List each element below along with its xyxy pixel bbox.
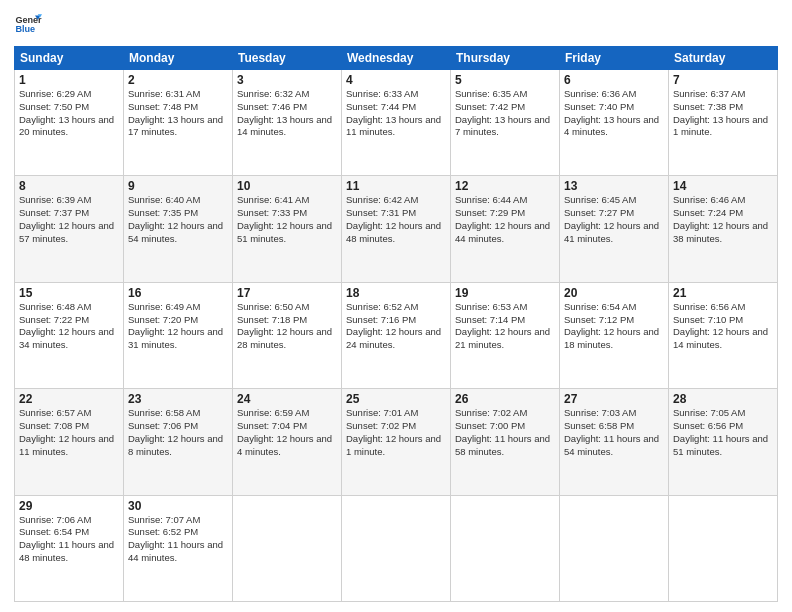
day-cell: 10 Sunrise: 6:41 AM Sunset: 7:33 PM Dayl… bbox=[233, 176, 342, 282]
day-info: Sunrise: 6:39 AM Sunset: 7:37 PM Dayligh… bbox=[19, 194, 119, 245]
day-number: 2 bbox=[128, 73, 228, 87]
day-cell: 9 Sunrise: 6:40 AM Sunset: 7:35 PM Dayli… bbox=[124, 176, 233, 282]
day-cell: 27 Sunrise: 7:03 AM Sunset: 6:58 PM Dayl… bbox=[560, 389, 669, 495]
day-cell bbox=[233, 495, 342, 601]
logo-icon: General Blue bbox=[14, 10, 42, 38]
calendar-table: SundayMondayTuesdayWednesdayThursdayFrid… bbox=[14, 46, 778, 602]
day-cell: 30 Sunrise: 7:07 AM Sunset: 6:52 PM Dayl… bbox=[124, 495, 233, 601]
day-cell: 23 Sunrise: 6:58 AM Sunset: 7:06 PM Dayl… bbox=[124, 389, 233, 495]
day-cell: 15 Sunrise: 6:48 AM Sunset: 7:22 PM Dayl… bbox=[15, 282, 124, 388]
day-cell: 6 Sunrise: 6:36 AM Sunset: 7:40 PM Dayli… bbox=[560, 70, 669, 176]
day-number: 19 bbox=[455, 286, 555, 300]
day-info: Sunrise: 6:31 AM Sunset: 7:48 PM Dayligh… bbox=[128, 88, 228, 139]
day-number: 27 bbox=[564, 392, 664, 406]
day-number: 22 bbox=[19, 392, 119, 406]
day-cell bbox=[451, 495, 560, 601]
day-number: 11 bbox=[346, 179, 446, 193]
day-info: Sunrise: 6:44 AM Sunset: 7:29 PM Dayligh… bbox=[455, 194, 555, 245]
day-info: Sunrise: 6:56 AM Sunset: 7:10 PM Dayligh… bbox=[673, 301, 773, 352]
day-cell: 21 Sunrise: 6:56 AM Sunset: 7:10 PM Dayl… bbox=[669, 282, 778, 388]
day-info: Sunrise: 6:45 AM Sunset: 7:27 PM Dayligh… bbox=[564, 194, 664, 245]
day-number: 25 bbox=[346, 392, 446, 406]
day-info: Sunrise: 6:41 AM Sunset: 7:33 PM Dayligh… bbox=[237, 194, 337, 245]
day-number: 8 bbox=[19, 179, 119, 193]
header-cell-tuesday: Tuesday bbox=[233, 47, 342, 70]
day-info: Sunrise: 7:07 AM Sunset: 6:52 PM Dayligh… bbox=[128, 514, 228, 565]
day-cell bbox=[560, 495, 669, 601]
header-cell-monday: Monday bbox=[124, 47, 233, 70]
day-info: Sunrise: 6:48 AM Sunset: 7:22 PM Dayligh… bbox=[19, 301, 119, 352]
day-info: Sunrise: 6:53 AM Sunset: 7:14 PM Dayligh… bbox=[455, 301, 555, 352]
day-info: Sunrise: 7:05 AM Sunset: 6:56 PM Dayligh… bbox=[673, 407, 773, 458]
day-number: 23 bbox=[128, 392, 228, 406]
header-cell-wednesday: Wednesday bbox=[342, 47, 451, 70]
header-cell-saturday: Saturday bbox=[669, 47, 778, 70]
week-row-3: 15 Sunrise: 6:48 AM Sunset: 7:22 PM Dayl… bbox=[15, 282, 778, 388]
week-row-5: 29 Sunrise: 7:06 AM Sunset: 6:54 PM Dayl… bbox=[15, 495, 778, 601]
week-row-1: 1 Sunrise: 6:29 AM Sunset: 7:50 PM Dayli… bbox=[15, 70, 778, 176]
day-cell: 5 Sunrise: 6:35 AM Sunset: 7:42 PM Dayli… bbox=[451, 70, 560, 176]
day-number: 17 bbox=[237, 286, 337, 300]
day-number: 18 bbox=[346, 286, 446, 300]
day-cell: 13 Sunrise: 6:45 AM Sunset: 7:27 PM Dayl… bbox=[560, 176, 669, 282]
logo: General Blue bbox=[14, 10, 42, 38]
day-info: Sunrise: 6:35 AM Sunset: 7:42 PM Dayligh… bbox=[455, 88, 555, 139]
day-info: Sunrise: 6:33 AM Sunset: 7:44 PM Dayligh… bbox=[346, 88, 446, 139]
day-number: 6 bbox=[564, 73, 664, 87]
day-info: Sunrise: 6:52 AM Sunset: 7:16 PM Dayligh… bbox=[346, 301, 446, 352]
day-cell: 26 Sunrise: 7:02 AM Sunset: 7:00 PM Dayl… bbox=[451, 389, 560, 495]
day-cell: 16 Sunrise: 6:49 AM Sunset: 7:20 PM Dayl… bbox=[124, 282, 233, 388]
day-cell: 28 Sunrise: 7:05 AM Sunset: 6:56 PM Dayl… bbox=[669, 389, 778, 495]
header-cell-sunday: Sunday bbox=[15, 47, 124, 70]
day-cell: 25 Sunrise: 7:01 AM Sunset: 7:02 PM Dayl… bbox=[342, 389, 451, 495]
day-cell: 20 Sunrise: 6:54 AM Sunset: 7:12 PM Dayl… bbox=[560, 282, 669, 388]
header: General Blue bbox=[14, 10, 778, 38]
day-number: 15 bbox=[19, 286, 119, 300]
day-number: 28 bbox=[673, 392, 773, 406]
day-number: 1 bbox=[19, 73, 119, 87]
header-row: SundayMondayTuesdayWednesdayThursdayFrid… bbox=[15, 47, 778, 70]
day-number: 10 bbox=[237, 179, 337, 193]
day-number: 26 bbox=[455, 392, 555, 406]
day-number: 16 bbox=[128, 286, 228, 300]
day-number: 13 bbox=[564, 179, 664, 193]
day-cell: 14 Sunrise: 6:46 AM Sunset: 7:24 PM Dayl… bbox=[669, 176, 778, 282]
day-info: Sunrise: 7:02 AM Sunset: 7:00 PM Dayligh… bbox=[455, 407, 555, 458]
day-info: Sunrise: 6:59 AM Sunset: 7:04 PM Dayligh… bbox=[237, 407, 337, 458]
day-number: 9 bbox=[128, 179, 228, 193]
page: General Blue SundayMondayTuesdayWednesda… bbox=[0, 0, 792, 612]
day-info: Sunrise: 6:57 AM Sunset: 7:08 PM Dayligh… bbox=[19, 407, 119, 458]
day-cell: 17 Sunrise: 6:50 AM Sunset: 7:18 PM Dayl… bbox=[233, 282, 342, 388]
day-number: 30 bbox=[128, 499, 228, 513]
day-number: 14 bbox=[673, 179, 773, 193]
day-cell: 24 Sunrise: 6:59 AM Sunset: 7:04 PM Dayl… bbox=[233, 389, 342, 495]
day-number: 5 bbox=[455, 73, 555, 87]
day-cell: 29 Sunrise: 7:06 AM Sunset: 6:54 PM Dayl… bbox=[15, 495, 124, 601]
day-info: Sunrise: 7:01 AM Sunset: 7:02 PM Dayligh… bbox=[346, 407, 446, 458]
day-cell: 2 Sunrise: 6:31 AM Sunset: 7:48 PM Dayli… bbox=[124, 70, 233, 176]
day-cell bbox=[669, 495, 778, 601]
day-info: Sunrise: 6:50 AM Sunset: 7:18 PM Dayligh… bbox=[237, 301, 337, 352]
header-cell-friday: Friday bbox=[560, 47, 669, 70]
day-number: 24 bbox=[237, 392, 337, 406]
day-cell: 1 Sunrise: 6:29 AM Sunset: 7:50 PM Dayli… bbox=[15, 70, 124, 176]
day-cell: 11 Sunrise: 6:42 AM Sunset: 7:31 PM Dayl… bbox=[342, 176, 451, 282]
day-number: 4 bbox=[346, 73, 446, 87]
day-cell bbox=[342, 495, 451, 601]
day-cell: 19 Sunrise: 6:53 AM Sunset: 7:14 PM Dayl… bbox=[451, 282, 560, 388]
day-cell: 7 Sunrise: 6:37 AM Sunset: 7:38 PM Dayli… bbox=[669, 70, 778, 176]
week-row-4: 22 Sunrise: 6:57 AM Sunset: 7:08 PM Dayl… bbox=[15, 389, 778, 495]
day-cell: 8 Sunrise: 6:39 AM Sunset: 7:37 PM Dayli… bbox=[15, 176, 124, 282]
day-number: 7 bbox=[673, 73, 773, 87]
day-number: 12 bbox=[455, 179, 555, 193]
day-info: Sunrise: 6:42 AM Sunset: 7:31 PM Dayligh… bbox=[346, 194, 446, 245]
day-info: Sunrise: 6:46 AM Sunset: 7:24 PM Dayligh… bbox=[673, 194, 773, 245]
svg-text:Blue: Blue bbox=[15, 24, 35, 34]
day-info: Sunrise: 6:58 AM Sunset: 7:06 PM Dayligh… bbox=[128, 407, 228, 458]
day-number: 29 bbox=[19, 499, 119, 513]
header-cell-thursday: Thursday bbox=[451, 47, 560, 70]
day-cell: 3 Sunrise: 6:32 AM Sunset: 7:46 PM Dayli… bbox=[233, 70, 342, 176]
day-info: Sunrise: 7:03 AM Sunset: 6:58 PM Dayligh… bbox=[564, 407, 664, 458]
day-info: Sunrise: 6:49 AM Sunset: 7:20 PM Dayligh… bbox=[128, 301, 228, 352]
day-number: 20 bbox=[564, 286, 664, 300]
